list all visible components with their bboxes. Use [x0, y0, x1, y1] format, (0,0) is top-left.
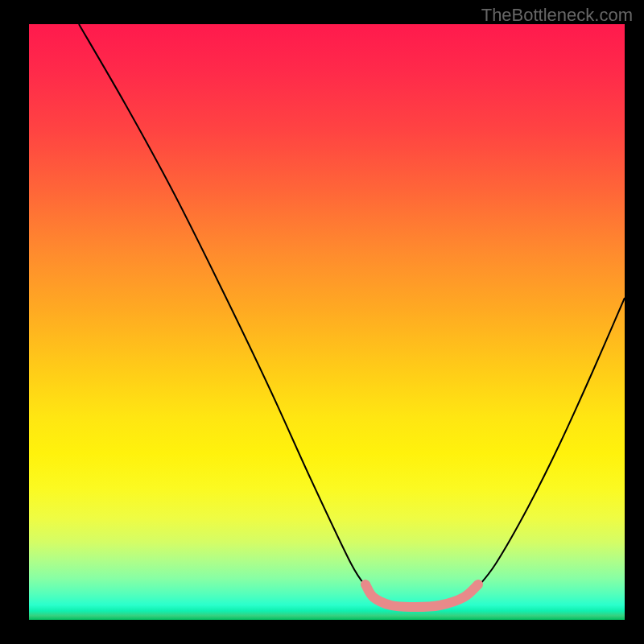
curve-right-ascent: [476, 298, 625, 589]
chart-plot-area: [29, 24, 625, 620]
chart-svg: [29, 24, 625, 620]
valley-highlight-stroke: [365, 584, 478, 607]
curve-left-descent: [79, 24, 367, 588]
watermark-text: TheBottleneck.com: [481, 5, 633, 26]
